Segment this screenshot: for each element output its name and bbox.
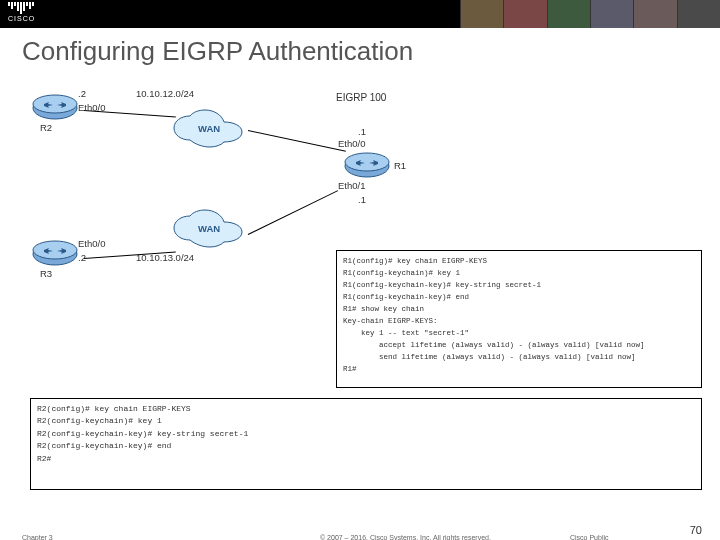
wan-top-label: WAN <box>198 123 220 134</box>
page-number: 70 <box>690 524 702 536</box>
code-line: Key-chain EIGRP-KEYS: <box>343 315 695 327</box>
code-line: R1(config-keychain)# key 1 <box>343 267 695 279</box>
r1-addr-top: .1 <box>358 126 366 137</box>
code-line: R1# <box>343 363 695 375</box>
svg-point-3 <box>33 241 77 259</box>
wan-cloud-top: WAN <box>170 108 248 150</box>
r2-addr: .2 <box>78 88 86 99</box>
r1-int-top: Eth0/0 <box>338 138 365 149</box>
code-line: key 1 -- text "secret-1" <box>343 327 695 339</box>
code-line: R1(config-keychain-key)# end <box>343 291 695 303</box>
code-line: R2# <box>37 453 695 465</box>
code-line: R2(config-keychain)# key 1 <box>37 415 695 427</box>
svg-point-5 <box>345 153 389 171</box>
footer-chapter: Chapter 3 <box>22 534 53 540</box>
photo-strip <box>460 0 720 28</box>
wan-bottom-label: WAN <box>198 223 220 234</box>
r2-subnet: 10.10.12.0/24 <box>136 88 194 99</box>
code-line: R2(config-keychain-key)# key-string secr… <box>37 428 695 440</box>
footer-copyright: © 2007 – 2016, Cisco Systems, Inc. All r… <box>320 534 491 540</box>
r3-addr: .2 <box>78 252 86 263</box>
r2-config-box: R2(config)# key chain EIGRP-KEYS R2(conf… <box>30 398 702 490</box>
r3-subnet: 10.10.13.0/24 <box>136 252 194 263</box>
code-line: accept lifetime (always valid) - (always… <box>343 339 695 351</box>
svg-point-1 <box>33 95 77 113</box>
brand-text: CISCO <box>8 15 35 22</box>
top-bar: CISCO <box>0 0 720 28</box>
footer-label: Cisco Public <box>570 534 609 540</box>
wan-cloud-bottom: WAN <box>170 208 248 250</box>
code-line: R1# show key chain <box>343 303 695 315</box>
r1-int-bottom: Eth0/1 <box>338 180 365 191</box>
code-line: R1(config)# key chain EIGRP-KEYS <box>343 255 695 267</box>
code-line: R2(config-keychain-key)# end <box>37 440 695 452</box>
eigrp-domain-label: EIGRP 100 <box>336 92 386 103</box>
r3-int: Eth0/0 <box>78 238 105 249</box>
r2-int: Eth0/0 <box>78 102 105 113</box>
r1-label: R1 <box>394 160 406 171</box>
r2-label: R2 <box>40 122 52 133</box>
code-line: R1(config-keychain-key)# key-string secr… <box>343 279 695 291</box>
router-r3 <box>32 240 78 268</box>
code-line: R2(config)# key chain EIGRP-KEYS <box>37 403 695 415</box>
router-r2 <box>32 94 78 122</box>
r1-addr-bottom: .1 <box>358 194 366 205</box>
r1-config-box: R1(config)# key chain EIGRP-KEYS R1(conf… <box>336 250 702 388</box>
slide-title: Configuring EIGRP Authentication <box>0 28 720 67</box>
cisco-logo: CISCO <box>8 2 35 22</box>
router-r1 <box>344 152 390 180</box>
r3-label: R3 <box>40 268 52 279</box>
code-line: send lifetime (always valid) - (always v… <box>343 351 695 363</box>
